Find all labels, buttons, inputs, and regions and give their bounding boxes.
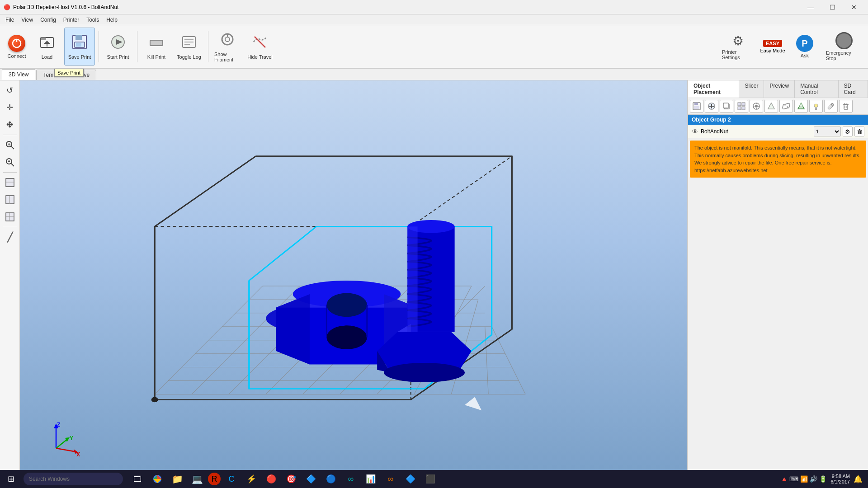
move-tool-button[interactable]: ✛: [2, 99, 18, 116]
close-button[interactable]: ✕: [844, 0, 864, 14]
menu-config[interactable]: Config: [37, 16, 60, 24]
svg-line-126: [847, 103, 847, 104]
svg-marker-85: [465, 397, 481, 410]
svg-line-21: [11, 146, 14, 149]
axes-indicator: Z Y X: [47, 421, 83, 457]
taskbar-app4-icon[interactable]: 🔴: [262, 470, 280, 488]
right-tab-slicer[interactable]: Slicer: [739, 80, 764, 98]
connect-icon: [8, 35, 25, 52]
view-top-button[interactable]: [2, 209, 18, 225]
right-panel: Object Placement Slicer Preview Manual C…: [687, 80, 868, 475]
taskbar-app12-icon[interactable]: ⬛: [421, 470, 439, 488]
maximize-button[interactable]: ☐: [822, 0, 843, 14]
ask-label: Ask: [801, 53, 809, 58]
taskbar-app5-icon[interactable]: 🎯: [282, 470, 300, 488]
menu-bar: File View Config Printer Tools Help: [0, 14, 868, 25]
object-list-item[interactable]: 👁 BoltAndNut 1 2 3 4 5 ⚙ 🗑: [688, 125, 868, 139]
taskbar-app1-icon[interactable]: R: [208, 473, 221, 485]
taskbar-explorer-icon[interactable]: 📁: [168, 470, 186, 488]
zoom-fit-button[interactable]: [2, 154, 18, 170]
object-copy-count-select[interactable]: 1 2 3 4 5: [814, 127, 841, 136]
light-button[interactable]: [809, 100, 823, 113]
tab-temperature-curve[interactable]: Temperature Curve: [36, 70, 96, 80]
right-tab-manual-control[interactable]: Manual Control: [795, 80, 838, 98]
add-object-button[interactable]: [705, 100, 718, 113]
toolbar: Connect Load Save Print Save Print: [0, 25, 868, 69]
emergency-stop-label: Emergency Stop: [826, 50, 862, 61]
easy-mode-button[interactable]: EASY Easy Mode: [760, 28, 786, 66]
minimize-button[interactable]: —: [800, 0, 821, 14]
object-settings-button[interactable]: ⚙: [843, 127, 853, 136]
save-print-button[interactable]: Save Print: [64, 28, 95, 66]
start-button[interactable]: ⊞: [2, 470, 20, 488]
ask-icon: P: [796, 35, 813, 52]
start-print-label: Start Print: [107, 54, 129, 60]
svg-line-57: [155, 156, 256, 227]
wrench-button[interactable]: [824, 100, 838, 113]
save-object-button[interactable]: [690, 100, 703, 113]
object-visibility-icon[interactable]: 👁: [692, 128, 698, 135]
mountain-button[interactable]: [794, 100, 808, 113]
taskbar-app11-icon[interactable]: 🔷: [401, 470, 420, 488]
svg-rect-27: [6, 178, 14, 187]
center-button[interactable]: [750, 100, 763, 113]
taskbar-chrome-icon[interactable]: [148, 470, 166, 488]
object-delete-button[interactable]: 🗑: [854, 127, 864, 136]
menu-view[interactable]: View: [18, 16, 37, 24]
copy-object-button[interactable]: [720, 100, 733, 113]
menu-help[interactable]: Help: [103, 16, 121, 24]
right-tab-object-placement[interactable]: Object Placement: [688, 80, 739, 98]
delete-button[interactable]: [839, 100, 853, 113]
taskbar-search-input[interactable]: [24, 473, 123, 485]
free-move-tool-button[interactable]: ✤: [2, 117, 18, 133]
load-icon: [39, 34, 55, 53]
tab-3d-view[interactable]: 3D View: [2, 69, 35, 80]
view-side-button[interactable]: [2, 192, 18, 208]
show-filament-button[interactable]: Show Filament: [212, 28, 243, 66]
app-icon: 🔴: [4, 4, 10, 10]
taskbar-clock: 9:58 AM: [830, 474, 850, 479]
printer-settings-button[interactable]: ⚙ Printer Settings: [720, 28, 756, 66]
svg-rect-97: [694, 106, 699, 109]
svg-line-60: [411, 156, 512, 227]
3d-view[interactable]: Z Y X: [20, 80, 687, 475]
taskbar-app6-icon[interactable]: 🔷: [302, 470, 320, 488]
hide-travel-button[interactable]: Hide Travel: [245, 28, 275, 66]
window-title: Polar 3D Repetier-Host V1.0.6 - BoltAndN…: [13, 4, 118, 10]
triangle-button[interactable]: [764, 100, 778, 113]
view-front-button[interactable]: [2, 174, 18, 191]
link-button[interactable]: [779, 100, 793, 113]
sidebar-separator-2: [3, 172, 17, 173]
menu-tools[interactable]: Tools: [83, 16, 103, 24]
taskbar-app2-icon[interactable]: C: [222, 470, 241, 488]
taskbar-file-icon[interactable]: 💻: [188, 470, 206, 488]
load-button[interactable]: Load: [32, 28, 62, 66]
emergency-stop-button[interactable]: Emergency Stop: [824, 28, 864, 66]
menu-printer[interactable]: Printer: [60, 16, 83, 24]
taskbar-system-icons: 🔺 ⌨ 📶 🔊 🔋: [780, 475, 827, 483]
easy-mode-badge: EASY: [763, 40, 782, 47]
taskbar-app3-icon[interactable]: ⚡: [242, 470, 260, 488]
connect-button[interactable]: Connect: [4, 28, 30, 66]
taskbar-app7-icon[interactable]: 🔵: [322, 470, 340, 488]
taskbar-app8-icon[interactable]: ∞: [342, 470, 360, 488]
kill-print-button[interactable]: Kill Print: [141, 28, 172, 66]
menu-file[interactable]: File: [2, 16, 18, 24]
svg-point-17: [225, 37, 230, 42]
right-tab-preview[interactable]: Preview: [764, 80, 795, 98]
svg-line-25: [11, 163, 14, 166]
start-print-button[interactable]: Start Print: [103, 28, 133, 66]
save-print-label: Save Print: [68, 54, 91, 60]
diagonal-tool-button[interactable]: ╱: [2, 229, 18, 245]
grid-button[interactable]: [735, 100, 748, 113]
taskbar-notification-icon[interactable]: 🔔: [854, 475, 863, 483]
zoom-in-button[interactable]: [2, 137, 18, 153]
ask-button[interactable]: P Ask: [789, 28, 820, 66]
toggle-log-button[interactable]: Toggle Log: [174, 28, 204, 66]
toggle-log-icon: [181, 34, 197, 53]
taskview-icon[interactable]: 🗔: [128, 470, 146, 488]
taskbar-app9-icon[interactable]: 📊: [362, 470, 380, 488]
rotate-tool-button[interactable]: ↺: [2, 82, 18, 99]
right-tab-sd-card[interactable]: SD Card: [839, 80, 868, 98]
taskbar-app10-icon[interactable]: ∞: [382, 470, 400, 488]
